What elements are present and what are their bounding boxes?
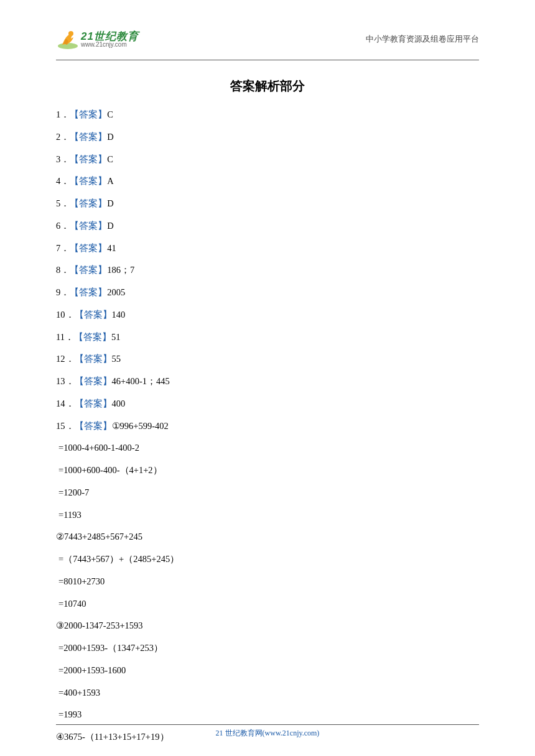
answer-label: 【答案】 [70,154,107,164]
answer-value: D [107,221,113,231]
answer-label: 【答案】 [75,421,112,431]
logo-icon [56,27,80,51]
answer-row: 4．【答案】A [56,175,479,188]
answer-number: 15． [56,421,75,431]
page-title: 答案解析部分 [56,78,479,94]
answer-label: 【答案】 [75,310,112,320]
answer-row: 1．【答案】C [56,108,479,122]
answer-row: 10．【答案】140 [56,308,479,322]
answer-number: 11． [56,332,74,342]
work-line: =2000+1593-1600 [56,664,479,678]
answer-row: 5．【答案】D [56,197,479,211]
answer-number: 5． [56,198,70,208]
footer-divider [56,724,479,725]
logo-url-text: www.21cnjy.com [81,42,139,48]
answer-row: 9．【答案】2005 [56,286,479,300]
answer-number: 1． [56,109,70,119]
svg-point-1 [68,31,73,36]
svg-point-0 [58,43,78,49]
answer-row: 11．【答案】51 [56,331,479,344]
header-divider [56,60,479,60]
answer-number: 9． [56,287,70,297]
answer-row: 7．【答案】41 [56,242,479,256]
answer-label: 【答案】 [75,399,112,408]
answer-value: 140 [112,310,126,320]
answer-label: 【答案】 [70,221,107,231]
answer-row: 13．【答案】46+400-1；445 [56,375,479,389]
answer-value: 51 [111,332,121,342]
work-line: =400+1593 [56,686,479,700]
answer-row: 14．【答案】400 [56,397,479,411]
work-line: =1000+600-400-（4+1+2） [56,464,479,477]
answer-row: 12．【答案】55 [56,353,479,366]
work-line: =2000+1593-（1347+253） [56,642,479,655]
answer-label: 【答案】 [70,243,107,253]
answer-label: 【答案】 [70,132,107,142]
answer-number: 7． [56,243,70,253]
answer-value: 41 [107,243,116,253]
work-line: =8010+2730 [56,575,479,589]
work-line: ②7443+2485+567+245 [56,530,479,544]
work-line: =（7443+567）+（2485+245） [56,553,479,566]
answer-row-15: 15．【答案】①996+599-402 [56,420,479,433]
answer-value: 46+400-1；445 [112,376,170,386]
logo: 21世纪教育 www.21cnjy.com [56,27,139,51]
page-footer: 21 世纪教育网(www.21cnjy.com) [0,728,535,739]
logo-text: 21世纪教育 www.21cnjy.com [81,31,139,48]
answer-number: 13． [56,376,75,386]
answer-label: 【答案】 [70,265,107,275]
answer-number: 2． [56,132,70,142]
answer-value: ①996+599-402 [112,421,169,431]
answer-label: 【答案】 [70,287,107,297]
answer-value: C [107,154,113,164]
answer-value: 2005 [107,287,125,297]
work-line: =1993 [56,708,479,722]
work-line: =1000-4+600-1-400-2 [56,441,479,455]
answer-value: C [107,109,113,119]
answer-value: D [107,198,113,208]
answer-row: 3．【答案】C [56,153,479,167]
answer-row: 2．【答案】D [56,131,479,144]
page-header: 21世纪教育 www.21cnjy.com 中小学教育资源及组卷应用平台 [56,24,479,55]
answer-row: 6．【答案】D [56,219,479,233]
answer-label: 【答案】 [70,109,107,119]
answer-label: 【答案】 [70,176,107,186]
answer-number: 6． [56,221,70,231]
answer-number: 12． [56,354,75,364]
answer-value: 400 [112,399,126,408]
logo-cn-text: 21世纪教育 [81,31,139,42]
work-line: ③2000-1347-253+1593 [56,619,479,633]
answer-number: 4． [56,176,70,186]
answer-value: D [107,132,113,142]
work-line: =1193 [56,509,479,522]
answer-row: 8．【答案】186；7 [56,264,479,277]
answer-label: 【答案】 [75,354,112,364]
answer-number: 8． [56,265,70,275]
answer-value: 186；7 [107,265,134,275]
work-line: =1200-7 [56,486,479,500]
answer-number: 3． [56,154,70,164]
answer-value: 55 [112,354,121,364]
answer-label: 【答案】 [74,332,111,342]
answer-number: 10． [56,310,75,320]
work-line: =10740 [56,597,479,611]
answer-label: 【答案】 [70,198,107,208]
answer-number: 14． [56,399,75,408]
answer-value: A [107,176,113,186]
answer-label: 【答案】 [75,376,112,386]
header-right-text: 中小学教育资源及组卷应用平台 [366,34,479,45]
